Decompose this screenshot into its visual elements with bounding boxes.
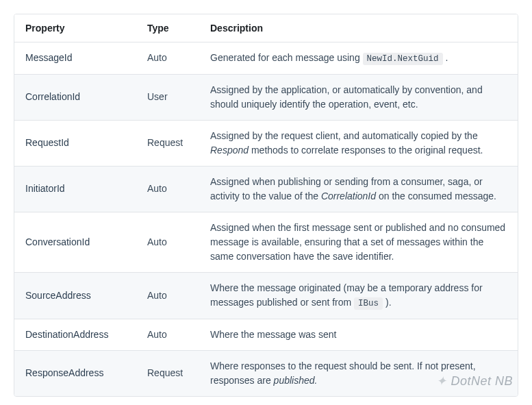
cell-property: DestinationAddress: [14, 319, 136, 350]
cell-type: Request: [136, 350, 199, 396]
cell-property: SourceAddress: [14, 272, 136, 319]
desc-text: Assigned when the first message sent or …: [210, 222, 505, 262]
cell-property: ConversationId: [14, 212, 136, 272]
desc-code: NewId.NextGuid: [363, 53, 443, 65]
table-header-row: Property Type Description: [14, 14, 518, 42]
cell-type: Auto: [136, 42, 199, 75]
desc-text: Assigned by the request client, and auto…: [210, 130, 478, 141]
cell-description: Assigned when the first message sent or …: [199, 212, 518, 272]
table-row: DestinationAddressAutoWhere the message …: [14, 319, 518, 350]
table-row: SourceAddressAutoWhere the message origi…: [14, 272, 518, 319]
table-row: CorrelationIdUserAssigned by the applica…: [14, 74, 518, 120]
cell-property: RequestId: [14, 120, 136, 166]
cell-description: Where responses to the request should be…: [199, 350, 518, 396]
table-row: InitiatorIdAutoAssigned when publishing …: [14, 166, 518, 212]
cell-type: Auto: [136, 212, 199, 272]
desc-text: Assigned by the application, or automati…: [210, 84, 483, 110]
desc-text: methods to correlate responses to the or…: [249, 145, 483, 156]
desc-text: .: [443, 52, 448, 63]
cell-type: Request: [136, 120, 199, 166]
property-table-container: Property Type Description MessageIdAutoG…: [14, 14, 518, 397]
desc-text: Where the message originated (may be a t…: [210, 282, 483, 308]
desc-text: ).: [383, 297, 391, 308]
cell-property: MessageId: [14, 42, 136, 75]
table-row: MessageIdAutoGenerated for each message …: [14, 42, 518, 75]
cell-property: CorrelationId: [14, 74, 136, 120]
cell-description: Assigned by the application, or automati…: [199, 74, 518, 120]
desc-text: on the consumed message.: [376, 191, 496, 201]
cell-type: User: [136, 74, 199, 120]
header-description: Description: [199, 14, 518, 42]
desc-text: Where responses to the request should be…: [210, 360, 476, 386]
cell-type: Auto: [136, 319, 199, 350]
table-row: ResponseAddressRequestWhere responses to…: [14, 350, 518, 396]
cell-property: InitiatorId: [14, 166, 136, 212]
table-body: MessageIdAutoGenerated for each message …: [14, 42, 518, 396]
desc-text: Generated for each message using: [210, 52, 363, 63]
cell-description: Assigned by the request client, and auto…: [199, 120, 518, 166]
header-property: Property: [14, 14, 136, 42]
desc-emphasis: Respond: [210, 145, 249, 156]
desc-text: Where the message was sent: [210, 329, 336, 340]
cell-property: ResponseAddress: [14, 350, 136, 396]
desc-emphasis: CorrelationId: [321, 191, 376, 201]
cell-type: Auto: [136, 166, 199, 212]
desc-code: IBus: [354, 297, 383, 310]
cell-description: Assigned when publishing or sending from…: [199, 166, 518, 212]
cell-description: Where the message was sent: [199, 319, 518, 350]
cell-description: Where the message originated (may be a t…: [199, 272, 518, 319]
property-table: Property Type Description MessageIdAutoG…: [14, 14, 518, 396]
desc-emphasis: published.: [274, 375, 318, 386]
header-type: Type: [136, 14, 199, 42]
cell-description: Generated for each message using NewId.N…: [199, 42, 518, 75]
cell-type: Auto: [136, 272, 199, 319]
table-row: ConversationIdAutoAssigned when the firs…: [14, 212, 518, 272]
table-row: RequestIdRequestAssigned by the request …: [14, 120, 518, 166]
